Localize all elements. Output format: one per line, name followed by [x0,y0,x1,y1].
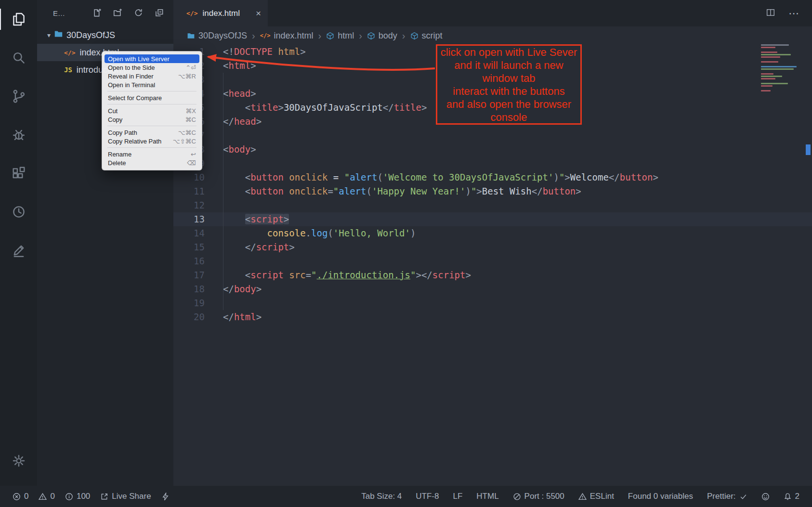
folder-icon [54,29,63,41]
menu-shortcut: ⌘C [185,116,196,123]
folder-name: 30DaysOfJS [66,30,115,40]
code-line-18[interactable]: 18</body> [173,282,812,296]
new-file-icon[interactable] [92,8,102,19]
line-number: 13 [173,212,205,226]
minimap-line [761,85,773,87]
menu-shortcut: ⌥⌘C [178,129,196,136]
status-right: Tab Size: 4UTF-8LFHTMLPort : 5500ESLintF… [361,492,799,501]
status-item-utf-8[interactable]: UTF-8 [416,492,439,501]
status-item-lf[interactable]: LF [453,492,462,501]
collapse-all-icon[interactable] [155,8,164,19]
minimap-line [761,90,771,91]
activity-source-control[interactable] [0,77,37,116]
activity-run-debug[interactable] [0,116,37,154]
status-item-html[interactable]: HTML [476,492,498,501]
tab-index-html[interactable]: </> index.html × [173,0,268,26]
menu-item-rename[interactable]: Rename↩ [105,150,199,158]
status-item-found-0-variables[interactable]: Found 0 variables [628,492,693,501]
chevron-right-icon: › [317,30,322,41]
line-number: 19 [173,296,205,310]
menu-item-open-to-the-side[interactable]: Open to the Side⌃⏎ [105,63,199,72]
close-icon[interactable]: × [256,8,261,19]
status-item-2[interactable]: 2 [784,492,799,501]
code-line-9[interactable]: 9 [173,156,812,170]
extensions-icon [11,165,27,182]
status-item-smiley[interactable] [761,493,770,501]
status-item-eslint[interactable]: ESLint [578,492,614,501]
breadcrumb-item-index-html[interactable]: </>index.html [260,31,314,41]
minimap-line [761,61,778,63]
split-editor-icon[interactable] [766,8,775,19]
breadcrumb-item-30daysofjs[interactable]: 30DaysOfJS [187,31,247,41]
line-number: 16 [173,254,205,268]
menu-item-delete[interactable]: Delete⌫ [105,158,199,167]
code-line-7[interactable]: 7 [173,129,812,143]
bell-icon [784,493,792,501]
menu-item-copy-path[interactable]: Copy Path⌥⌘C [105,128,199,137]
menu-item-select-for-compare[interactable]: Select for Compare [105,93,199,102]
status-item-tab-size-4[interactable]: Tab Size: 4 [361,492,402,501]
line-number: 17 [173,268,205,282]
code-line-11[interactable]: 11 <button onclick="alert('Happy New Yea… [173,184,812,198]
minimap-line [761,44,789,46]
tree-folder-30daysofjs[interactable]: ▾ 30DaysOfJS [37,26,173,44]
context-menu: Open with Live ServerOpen to the Side⌃⏎R… [102,51,202,170]
html-file-icon: </> [186,10,197,17]
activity-feedback[interactable] [0,231,37,270]
js-file-icon: JS [64,66,72,74]
warning-icon [39,493,47,501]
activity-search[interactable] [0,39,37,77]
menu-item-cut[interactable]: Cut⌘X [105,106,199,115]
code-line-14[interactable]: 14 console.log('Hello, World') [173,226,812,240]
menu-item-open-with-live-server[interactable]: Open with Live Server [105,54,199,63]
minimap-line [761,76,782,77]
breadcrumb-item-body[interactable]: body [367,31,397,41]
breadcrumb-item-script[interactable]: script [410,31,443,41]
code-line-15[interactable]: 15 </script> [173,240,812,254]
activity-explorer[interactable] [0,0,37,39]
activity-settings[interactable] [0,442,37,480]
scrollbar-marker[interactable] [806,144,811,155]
line-number: 18 [173,282,205,296]
source-control-icon [11,88,27,104]
status-item-port-5500[interactable]: Port : 5500 [513,492,564,501]
minimap-line [761,83,788,84]
new-folder-icon[interactable] [113,8,122,19]
refresh-icon[interactable] [134,8,143,19]
minimap-line [761,66,797,67]
code-line-8[interactable]: 8<body> [173,143,812,156]
menu-item-copy[interactable]: Copy⌘C [105,115,199,124]
status-left: 00100Live Share [13,492,170,501]
code-line-17[interactable]: 17 <script src="./introduction.js"></scr… [173,268,812,282]
status-bar: 00100Live Share Tab Size: 4UTF-8LFHTMLPo… [0,486,812,507]
code-line-16[interactable]: 16 [173,254,812,268]
code-line-19[interactable]: 19 [173,296,812,310]
code-line-13[interactable]: 13 <script> [173,212,812,226]
code-line-10[interactable]: 10 <button onclick = "alert('Welcome to … [173,170,812,184]
menu-separator [107,147,196,148]
activity-history[interactable] [0,193,37,231]
status-item-0[interactable]: 0 [13,492,28,501]
gear-icon [11,453,27,469]
activity-extensions[interactable] [0,154,37,193]
menu-separator [107,104,196,104]
line-number: 10 [173,170,205,184]
status-item-0[interactable]: 0 [39,492,54,501]
status-item-100[interactable]: 100 [65,492,90,501]
code-line-12[interactable]: 12 [173,198,812,212]
status-item-prettier[interactable]: Prettier: [707,492,747,501]
line-number: 20 [173,310,205,324]
explorer-header: E… [37,0,173,26]
menu-item-reveal-in-finder[interactable]: Reveal in Finder⌥⌘R [105,72,199,80]
minimap[interactable] [761,44,802,92]
live-share-icon [100,493,108,501]
code-line-20[interactable]: 20</html> [173,310,812,324]
status-item-lightning[interactable] [161,493,170,501]
tab-label: index.html [202,9,239,18]
more-actions-icon[interactable]: ⋯ [788,7,799,20]
breadcrumb-item-html[interactable]: html [326,31,354,41]
status-item-live-share[interactable]: Live Share [100,492,151,501]
menu-item-open-in-terminal[interactable]: Open in Terminal [105,80,199,89]
info-icon [65,493,73,501]
menu-item-copy-relative-path[interactable]: Copy Relative Path⌥⇧⌘C [105,137,199,145]
